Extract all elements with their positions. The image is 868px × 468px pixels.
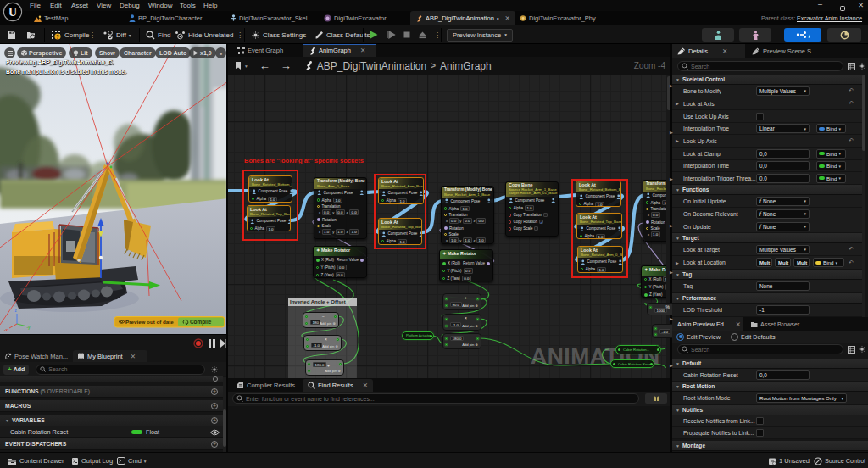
svg-text:?: ? [56, 34, 59, 40]
svg-text:★: ★ [807, 33, 810, 39]
svg-text:-y: -y [27, 326, 31, 330]
svg-text:-x: -x [4, 328, 8, 332]
svg-text:U: U [8, 6, 17, 19]
svg-text:Compile: Compile [190, 319, 212, 326]
svg-text:Preview out of date: Preview out of date [125, 319, 174, 325]
